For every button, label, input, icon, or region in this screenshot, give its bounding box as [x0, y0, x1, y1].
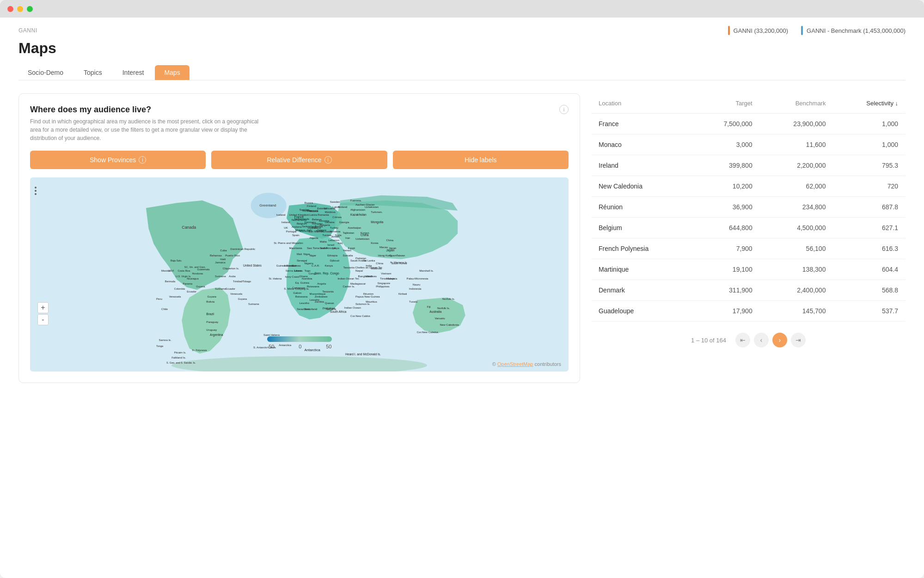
panel-title: Where does my audience live? — [30, 105, 270, 115]
svg-text:Senegal: Senegal — [297, 259, 307, 262]
svg-text:Algeria: Algeria — [310, 237, 318, 239]
show-provinces-button[interactable]: Show Provinces i — [30, 151, 206, 169]
svg-text:Niger: Niger — [310, 254, 317, 257]
table-row[interactable]: Réunion 36,900 234,800 687.8 — [591, 197, 906, 218]
page-prev-button[interactable]: ‹ — [754, 333, 769, 347]
svg-text:Samoa Is.: Samoa Is. — [159, 339, 172, 341]
cell-benchmark: 23,900,000 — [760, 114, 833, 134]
col-location: Location — [591, 93, 692, 114]
svg-text:Sao Tome and Principe: Sao Tome and Principe — [307, 247, 336, 249]
minimize-button[interactable] — [17, 6, 23, 12]
table-row[interactable]: Guadeloupe 17,900 145,700 537.7 — [591, 301, 906, 322]
panel-desc: Find out in which geographical area my a… — [30, 117, 270, 142]
svg-text:Brazil: Brazil — [206, 312, 214, 316]
svg-text:Monaco: Monaco — [295, 229, 306, 231]
svg-text:Bolivia: Bolivia — [206, 300, 214, 303]
table-row[interactable]: Monaco 3,000 11,600 1,000 — [591, 134, 906, 155]
svg-text:Botswana: Botswana — [295, 295, 308, 298]
tab-socio-demo[interactable]: Socio-Demo — [18, 65, 73, 80]
legend-items: GANNI (33,200,000) GANNI - Benchmark (1,… — [728, 26, 906, 35]
svg-text:Bermuda: Bermuda — [165, 280, 176, 283]
map-options-menu[interactable] — [35, 187, 37, 195]
zoom-in-button[interactable]: + — [37, 302, 49, 313]
tab-maps[interactable]: Maps — [155, 65, 189, 80]
svg-text:Clipperton Is.: Clipperton Is. — [223, 267, 239, 270]
svg-text:Ivory Coast: Ivory Coast — [285, 275, 300, 278]
maximize-button[interactable] — [27, 6, 33, 12]
dot2 — [35, 190, 37, 192]
app-brand: GANNI — [18, 27, 37, 34]
page-last-button[interactable]: ⇥ — [791, 333, 806, 347]
table-row[interactable]: Martinique 19,100 138,300 604.4 — [591, 259, 906, 280]
svg-text:Maldivas: Maldivas — [371, 267, 382, 270]
table-row[interactable]: Belgium 644,800 4,500,000 627.1 — [591, 218, 906, 238]
table-row[interactable]: Ireland 399,800 2,200,000 795.3 — [591, 155, 906, 176]
svg-text:Sierra Leone: Sierra Leone — [286, 269, 302, 272]
map-buttons: Show Provinces i Relative Difference i H… — [30, 151, 569, 169]
close-button[interactable] — [7, 6, 13, 12]
cell-benchmark: 2,200,000 — [760, 155, 833, 176]
svg-text:Yemen: Yemen — [343, 249, 351, 252]
page-first-button[interactable]: ⇤ — [735, 333, 750, 347]
col-benchmark[interactable]: Benchmark — [760, 93, 833, 114]
svg-text:China: China — [376, 262, 383, 265]
svg-text:Costa Rica: Costa Rica — [177, 269, 190, 272]
svg-text:Panama: Panama — [183, 282, 193, 285]
svg-text:Mauritius: Mauritius — [366, 300, 377, 303]
cell-benchmark: 145,700 — [760, 301, 833, 322]
show-provinces-info-icon: i — [139, 156, 146, 164]
svg-text:Crimea: Crimea — [332, 216, 342, 219]
svg-text:Niger: Niger — [303, 253, 310, 256]
cell-benchmark: 234,800 — [760, 197, 833, 218]
svg-text:Andorra: Andorra — [292, 225, 302, 228]
svg-text:Tajikistan: Tajikistan — [343, 231, 354, 234]
svg-text:Saint Helena: Saint Helena — [263, 334, 280, 336]
svg-text:Argentina: Argentina — [210, 333, 223, 337]
zoom-out-button[interactable]: - — [37, 314, 49, 325]
app-window: GANNI GANNI (33,200,000) GANNI - Benchma… — [0, 0, 924, 578]
table-row[interactable]: French Polynesia 7,900 56,100 616.3 — [591, 238, 906, 259]
cell-selectivity: 568.8 — [833, 280, 906, 301]
map-container[interactable]: Canada Greenland — [30, 177, 569, 371]
table-row[interactable]: France 7,500,000 23,900,000 1,000 — [591, 114, 906, 134]
tab-interest[interactable]: Interest — [113, 65, 153, 80]
cell-target: 3,000 — [692, 134, 760, 155]
svg-text:Nicaragua: Nicaragua — [187, 277, 199, 280]
table-row[interactable]: Denmark 311,900 2,400,000 568.8 — [591, 280, 906, 301]
svg-text:Cor.New Caledor.: Cor.New Caledor. — [417, 331, 439, 334]
panel-info-icon[interactable]: i — [559, 105, 569, 114]
svg-text:United Kingdom: United Kingdom — [289, 213, 309, 216]
svg-text:Korea: Korea — [371, 242, 379, 244]
openstreetmap-link[interactable]: OpenStreetMap — [497, 361, 533, 367]
legend-benchmark: GANNI - Benchmark (1,453,000,000) — [801, 26, 906, 35]
relative-difference-button[interactable]: Relative Difference i — [211, 151, 387, 169]
cell-selectivity: 1,000 — [833, 114, 906, 134]
relative-difference-info-icon: i — [324, 156, 332, 164]
col-selectivity[interactable]: Selectivity ↓ — [833, 93, 906, 114]
svg-text:Lesotho: Lesotho — [310, 298, 320, 301]
svg-text:Eq. Guinea: Eq. Guinea — [295, 281, 310, 284]
tab-topics[interactable]: Topics — [74, 65, 111, 80]
credit-text: © — [492, 361, 497, 367]
svg-text:Jordan: Jordan — [331, 235, 340, 238]
hide-labels-button[interactable]: Hide labels — [393, 151, 569, 169]
cell-location: Guadeloupe — [591, 301, 692, 322]
cell-benchmark: 2,400,000 — [760, 280, 833, 301]
svg-text:Tunisia: Tunisia — [322, 234, 331, 237]
table-row[interactable]: New Caledonia 10,200 62,000 720 — [591, 176, 906, 197]
page-next-button[interactable]: › — [772, 333, 787, 347]
svg-text:Mauritania: Mauritania — [289, 247, 302, 249]
map-credit: © OpenStreetMap contributors — [492, 361, 561, 367]
svg-text:Palau-Micronesia: Palau-Micronesia — [407, 277, 428, 280]
svg-text:Norfolk Is.: Norfolk Is. — [437, 307, 450, 310]
cell-benchmark: 4,500,000 — [760, 218, 833, 238]
cell-location: French Polynesia — [591, 238, 692, 259]
col-target[interactable]: Target — [692, 93, 760, 114]
svg-text:Iceland: Iceland — [276, 213, 286, 216]
svg-text:S. Geo. and S. Sandw. Is.: S. Geo. and S. Sandw. Is. — [166, 361, 196, 364]
svg-text:Guyana: Guyana — [208, 295, 217, 298]
svg-text:Marshall Is.: Marshall Is. — [419, 269, 434, 272]
svg-text:Honduras: Honduras — [192, 272, 203, 275]
svg-text:Kenya: Kenya — [325, 264, 333, 267]
table-header: Location Target Benchmark Selectivity ↓ — [591, 93, 906, 114]
